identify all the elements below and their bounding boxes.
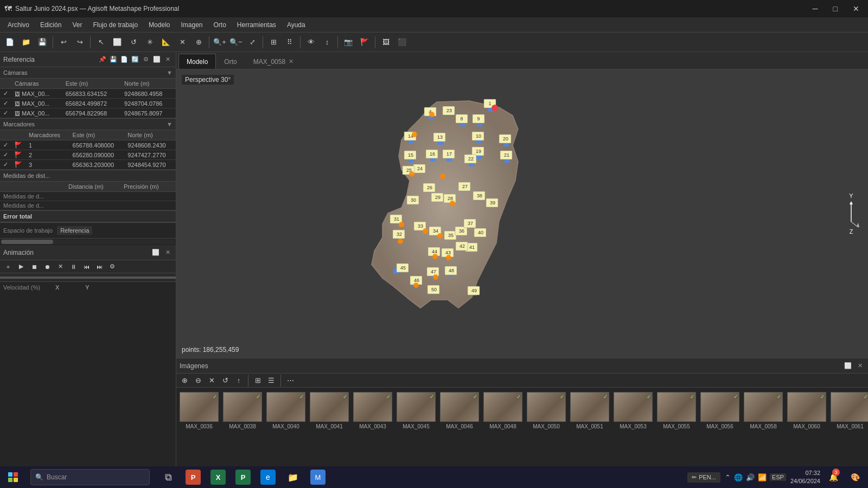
img-up-btn[interactable]: ↑ (233, 375, 245, 387)
markers-col-flag[interactable] (11, 130, 25, 140)
minimize-button[interactable]: ─ (808, 4, 822, 13)
markers-col-este[interactable]: Este (m) (69, 130, 125, 140)
tray-network[interactable]: 🌐 (734, 473, 743, 481)
anim-stop-btn[interactable]: ⏹ (28, 261, 40, 273)
image-thumb[interactable]: ✓ MAX_0060 (787, 392, 826, 429)
ref-settings[interactable]: ⚙ (141, 55, 151, 65)
move-button[interactable]: ↕ (320, 35, 335, 50)
anim-settings-btn[interactable]: ⚙ (106, 261, 118, 273)
tray-language[interactable]: ESP (770, 473, 786, 481)
image-thumb[interactable]: ✓ MAX_0041 (310, 392, 349, 429)
camera-button[interactable]: 📷 (341, 35, 356, 50)
image-thumb[interactable]: ✓ MAX_0056 (700, 392, 739, 429)
grid-button[interactable]: ⊞ (266, 35, 281, 50)
project-taskicon[interactable]: P (231, 466, 255, 488)
new-button[interactable]: 📄 (2, 35, 17, 50)
files-taskicon[interactable]: 📁 (281, 466, 305, 488)
cameras-col-este[interactable]: Este (m) (62, 79, 121, 89)
img-grid-btn[interactable]: ⊞ (252, 375, 264, 387)
image-thumb[interactable]: ✓ MAX_0045 (397, 392, 436, 429)
export-button[interactable]: ⬛ (394, 35, 410, 50)
rotate-tool[interactable]: ↺ (126, 35, 141, 50)
anim-expand[interactable]: ⬜ (151, 248, 161, 258)
image-thumb[interactable]: ✓ MAX_0061 (831, 392, 868, 429)
redo-button[interactable]: ↪ (72, 35, 87, 50)
timeline-bar[interactable] (0, 273, 176, 282)
anim-prev-btn[interactable]: ⏮ (80, 261, 92, 273)
menu-archivo[interactable]: Archivo (2, 19, 35, 31)
undo-button[interactable]: ↩ (56, 35, 71, 50)
menu-ayuda[interactable]: Ayuda (282, 19, 311, 31)
img-close-btn[interactable]: ✕ (206, 375, 218, 387)
cameras-col-norte[interactable]: Norte (m) (121, 79, 176, 89)
tab-max0058[interactable]: MAX_0058 ✕ (245, 54, 302, 69)
view-button[interactable]: 👁 (303, 35, 318, 50)
maximize-button[interactable]: □ (829, 4, 842, 13)
menu-edicion[interactable]: Edición (35, 19, 67, 31)
ruler-tool[interactable]: 📐 (158, 35, 174, 50)
notifications-icon[interactable]: 🔔 3 (825, 466, 842, 488)
start-button[interactable] (0, 466, 26, 488)
dots-button[interactable]: ⠿ (282, 35, 297, 50)
taskview-icon[interactable]: ⧉ (156, 466, 180, 488)
tab-orto[interactable]: Orto (216, 54, 245, 69)
tab-modelo[interactable]: Modelo (178, 54, 216, 69)
image-thumb[interactable]: ✓ MAX_0046 (440, 392, 479, 429)
cursor-tool[interactable]: ↖ (93, 35, 108, 50)
cameras-section-header[interactable]: Cámaras ▼ (0, 67, 176, 79)
ref-icon3[interactable]: 📄 (119, 55, 129, 65)
markers-col-id[interactable]: Marcadores (25, 130, 69, 140)
image-thumb[interactable]: ✓ MAX_0043 (353, 392, 392, 429)
anim-next-btn[interactable]: ⏭ (93, 261, 105, 273)
close-button[interactable]: ✕ (848, 4, 864, 13)
cameras-col-name[interactable]: Cámaras (11, 79, 62, 89)
markers-col-check[interactable] (0, 130, 11, 140)
cameras-col-check[interactable] (0, 79, 11, 89)
tab-max0058-close[interactable]: ✕ (289, 58, 293, 65)
ref-icon4[interactable]: 🔄 (130, 55, 140, 65)
point-tool[interactable]: ✳ (142, 35, 157, 50)
menu-ver[interactable]: Ver (67, 19, 87, 31)
markers-col-norte[interactable]: Norte (m) (124, 130, 176, 140)
anim-record-btn[interactable]: ⏺ (41, 261, 53, 273)
img-more-btn[interactable]: ⋯ (284, 375, 296, 387)
marker-button[interactable]: 🚩 (357, 35, 372, 50)
image-thumb[interactable]: ✓ MAX_0036 (180, 392, 219, 429)
menu-modelo[interactable]: Modelo (143, 19, 175, 31)
images-expand[interactable]: ⬜ (843, 361, 853, 371)
img-add-btn[interactable]: ⊕ (178, 375, 190, 387)
image-thumb[interactable]: ✓ MAX_0050 (527, 392, 566, 429)
viewport[interactable]: Perspective 30° (176, 69, 868, 358)
image-thumb[interactable]: ✓ MAX_0055 (657, 392, 696, 429)
img-remove-btn[interactable]: ⊖ (192, 375, 204, 387)
screenshot-button[interactable]: 🖼 (378, 35, 393, 50)
anim-close[interactable]: ✕ (163, 248, 173, 258)
zoom-in-button[interactable]: 🔍+ (212, 35, 227, 50)
images-grid[interactable]: ✓ MAX_0036 ✓ MAX_0038 ✓ MAX_0040 ✓ MAX_0… (176, 388, 868, 466)
dist-col-dist[interactable]: Distancia (m) (65, 182, 120, 192)
target-tool[interactable]: ⊕ (191, 35, 206, 50)
anim-play-btn[interactable]: ▶ (15, 261, 27, 273)
zoom-out-button[interactable]: 🔍− (228, 35, 244, 50)
ref-scrollbar[interactable] (1, 240, 175, 244)
metashape-taskicon[interactable]: M (306, 466, 330, 488)
anim-pause-btn[interactable]: ⏸ (67, 261, 79, 273)
image-thumb[interactable]: ✓ MAX_0038 (223, 392, 262, 429)
img-list-btn[interactable]: ☰ (265, 375, 277, 387)
excel-taskicon[interactable]: X (206, 466, 230, 488)
dist-col-prec[interactable]: Precisión (m) (120, 182, 176, 192)
tray-expand[interactable]: ⌃ (725, 473, 731, 481)
delete-tool[interactable]: ✕ (175, 35, 190, 50)
ref-close[interactable]: ✕ (163, 55, 173, 65)
system-clock[interactable]: 07:32 24/06/2024 (790, 469, 820, 486)
anim-add-btn[interactable]: + (2, 261, 14, 273)
img-refresh-btn[interactable]: ↺ (219, 375, 231, 387)
ref-expand[interactable]: ⬜ (152, 55, 162, 65)
open-button[interactable]: 📁 (18, 35, 34, 50)
edge-taskicon[interactable]: e (256, 466, 280, 488)
fit-button[interactable]: ⤢ (245, 35, 260, 50)
markers-section-header[interactable]: Marcadores ▼ (0, 119, 176, 130)
error-section-header[interactable]: Error total (0, 211, 176, 222)
pen-button[interactable]: ✏ PEN... (687, 472, 720, 483)
tray-volume[interactable]: 🔊 (746, 473, 755, 481)
